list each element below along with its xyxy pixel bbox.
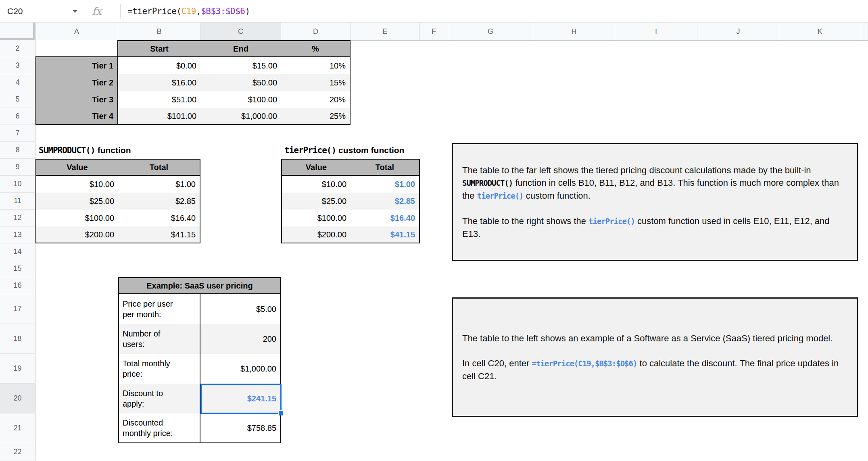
cell-D5[interactable]: 20% xyxy=(281,91,351,108)
cell-D12[interactable]: $100.00 xyxy=(281,210,351,226)
row-header-10[interactable]: 10 xyxy=(0,176,35,193)
row-header-2[interactable]: 2 xyxy=(0,40,35,57)
row-header-9[interactable]: 9 xyxy=(0,159,35,176)
column-header-B[interactable]: B xyxy=(118,23,200,41)
column-header-A[interactable]: A xyxy=(35,23,118,41)
chevron-down-icon[interactable] xyxy=(73,10,77,13)
text-span: The table to the far left shows the tier… xyxy=(462,165,811,175)
name-box[interactable]: C20 xyxy=(0,0,83,22)
column-header-C[interactable]: C xyxy=(200,23,281,41)
cell-B5[interactable]: $51.00 xyxy=(118,91,200,108)
row-header-13[interactable]: 13 xyxy=(0,226,35,243)
column-header-E[interactable]: E xyxy=(351,23,420,41)
cell-B11[interactable]: $2.85 xyxy=(118,193,200,210)
cell-D9[interactable]: Value xyxy=(281,159,351,176)
cell-B10[interactable]: $1.00 xyxy=(118,176,200,193)
cell-C5[interactable]: $100.00 xyxy=(200,91,281,108)
cell-D4[interactable]: 15% xyxy=(281,74,351,91)
cell-D6[interactable]: 25% xyxy=(281,108,351,125)
row-header-7[interactable]: 7 xyxy=(0,125,35,142)
cell-B18[interactable]: Number of users: xyxy=(118,324,200,354)
cell-B20[interactable]: Discount to apply: xyxy=(118,384,200,413)
cell-E10[interactable]: $1.00 xyxy=(351,176,420,193)
column-header-H[interactable]: H xyxy=(533,23,615,41)
cell-B4[interactable]: $16.00 xyxy=(118,74,200,91)
select-all-corner[interactable] xyxy=(0,23,35,41)
cell-A4[interactable]: Tier 2 xyxy=(35,74,118,91)
row-header-6[interactable]: 6 xyxy=(0,108,35,125)
note-box-saas[interactable]: The table to the left shows an example o… xyxy=(452,297,858,417)
cell-C18[interactable]: 200 xyxy=(200,324,281,354)
cell-C6[interactable]: $1,000.00 xyxy=(200,108,281,125)
row-header-3[interactable]: 3 xyxy=(0,57,35,74)
cell-B6[interactable]: $101.00 xyxy=(118,108,200,125)
row-header-19[interactable]: 19 xyxy=(0,354,35,384)
cell-A10[interactable]: $10.00 xyxy=(35,176,118,193)
cell-A6[interactable]: Tier 4 xyxy=(35,108,118,125)
cell-E13[interactable]: $41.15 xyxy=(351,226,420,243)
cell-E9[interactable]: Total xyxy=(351,159,420,176)
cell-C19[interactable]: $1,000.00 xyxy=(200,354,281,384)
cell-A5[interactable]: Tier 3 xyxy=(35,91,118,108)
row-header-14[interactable]: 14 xyxy=(0,243,35,260)
cell-C21[interactable]: $758.85 xyxy=(200,413,281,443)
cell-B21[interactable]: Discounted monthly price: xyxy=(118,413,200,443)
column-header-partial[interactable] xyxy=(861,23,868,41)
tier-pricing-table: StartEnd%Tier 1$0.00$15.0010%Tier 2$16.0… xyxy=(35,40,351,125)
column-header-K[interactable]: K xyxy=(779,23,861,41)
cell-D2[interactable]: % xyxy=(281,40,351,57)
formula-input[interactable]: =tierPrice(C19,$B$3:$D$6) xyxy=(127,0,250,22)
cell-E11[interactable]: $2.85 xyxy=(351,193,420,210)
column-header-D[interactable]: D xyxy=(281,23,351,41)
cell-C17[interactable]: $5.00 xyxy=(200,294,281,324)
tierprice-table: ValueTotal$10.00$1.00$25.00$2.85$100.00$… xyxy=(281,159,420,243)
text-span: In cell C20, enter xyxy=(462,358,532,368)
row-header-21[interactable]: 21 xyxy=(0,413,35,443)
cell-A11[interactable]: $25.00 xyxy=(35,193,118,210)
row-header-11[interactable]: 11 xyxy=(0,193,35,210)
cell-D13[interactable]: $200.00 xyxy=(281,226,351,243)
cell-D10[interactable]: $10.00 xyxy=(281,176,351,193)
cell-D3[interactable]: 10% xyxy=(281,57,351,74)
note-paragraph: The table to the right shows the tierPri… xyxy=(462,215,848,240)
cell-B3[interactable]: $0.00 xyxy=(118,57,200,74)
cell-B12[interactable]: $16.40 xyxy=(118,210,200,226)
formula-part: C19 xyxy=(182,6,196,16)
cell-B16-merged-title[interactable]: Example: SaaS user pricing xyxy=(118,277,281,294)
row-header-12[interactable]: 12 xyxy=(0,210,35,226)
row-header-15[interactable]: 15 xyxy=(0,260,35,277)
sumproduct-title[interactable]: SUMPRODUCT() function xyxy=(39,142,131,159)
column-header-J[interactable]: J xyxy=(697,23,779,41)
cell-D11[interactable]: $25.00 xyxy=(281,193,351,210)
cell-A13[interactable]: $200.00 xyxy=(35,226,118,243)
cell-C2[interactable]: End xyxy=(200,40,281,57)
row-header-22[interactable]: 22 xyxy=(0,443,35,461)
cell-B17[interactable]: Price per user per month: xyxy=(118,294,200,324)
cell-B13[interactable]: $41.15 xyxy=(118,226,200,243)
row-header-16[interactable]: 16 xyxy=(0,277,35,294)
cell-C3[interactable]: $15.00 xyxy=(200,57,281,74)
row-header-20[interactable]: 20 xyxy=(0,384,35,413)
cell-A2[interactable] xyxy=(35,40,118,57)
cell-A9[interactable]: Value xyxy=(35,159,118,176)
cell-E12[interactable]: $16.40 xyxy=(351,210,420,226)
cell-B9[interactable]: Total xyxy=(118,159,200,176)
cell-B19[interactable]: Total monthly price: xyxy=(118,354,200,384)
row-header-18[interactable]: 18 xyxy=(0,324,35,354)
note-box-functions[interactable]: The table to the far left shows the tier… xyxy=(452,143,858,261)
row-header-column: 2345678910111213141516171819202122 xyxy=(0,40,35,461)
row-header-5[interactable]: 5 xyxy=(0,91,35,108)
cell-C20[interactable]: $241.15 xyxy=(200,384,281,413)
cell-A12[interactable]: $100.00 xyxy=(35,210,118,226)
tierprice-title-rest: custom function xyxy=(338,145,404,155)
column-header-G[interactable]: G xyxy=(448,23,533,41)
column-header-F[interactable]: F xyxy=(420,23,448,41)
cell-A3[interactable]: Tier 1 xyxy=(35,57,118,74)
row-header-4[interactable]: 4 xyxy=(0,74,35,91)
row-header-17[interactable]: 17 xyxy=(0,294,35,324)
cell-B2[interactable]: Start xyxy=(118,40,200,57)
tierprice-title[interactable]: tierPrice() custom function xyxy=(284,142,404,159)
cell-C4[interactable]: $50.00 xyxy=(200,74,281,91)
column-header-I[interactable]: I xyxy=(615,23,697,41)
row-header-8[interactable]: 8 xyxy=(0,142,35,159)
